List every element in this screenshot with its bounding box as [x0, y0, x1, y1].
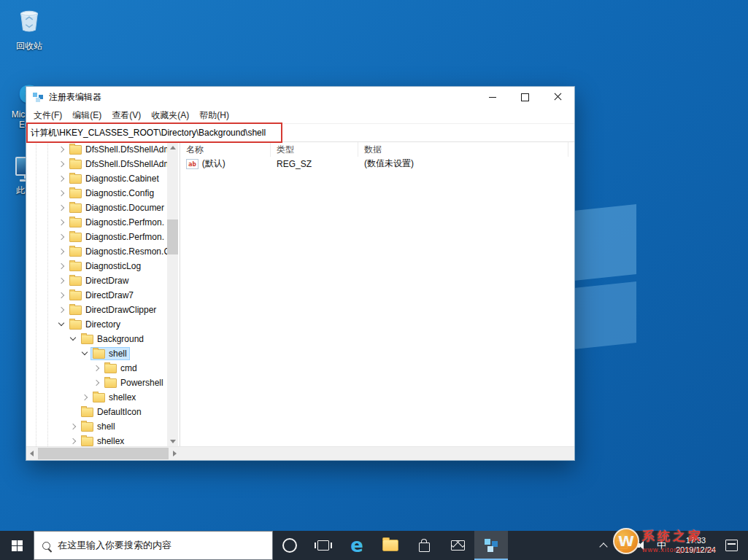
menu-item-1[interactable]: 编辑(E)	[67, 108, 107, 123]
chevron-collapsed-icon[interactable]	[58, 247, 66, 256]
value-row[interactable]: ab(默认)REG_SZ(数值未设置)	[180, 157, 574, 171]
chevron-collapsed-icon[interactable]	[58, 160, 66, 168]
address-input[interactable]	[26, 124, 574, 141]
menu-item-3[interactable]: 收藏夹(A)	[146, 108, 194, 123]
chevron-collapsed-icon[interactable]	[58, 291, 66, 300]
action-center-icon[interactable]	[725, 540, 738, 551]
chevron-collapsed-icon[interactable]	[58, 203, 66, 212]
clock-date: 2019/12/24	[676, 545, 716, 555]
tree-node-box[interactable]: Diagnostic.Cabinet	[67, 172, 162, 185]
folder-icon	[81, 437, 93, 446]
chevron-collapsed-icon[interactable]	[58, 262, 66, 271]
column-header-2[interactable]: 数据	[358, 142, 568, 157]
chevron-collapsed-icon[interactable]	[93, 378, 101, 387]
tree-node-box[interactable]: DirectDraw7	[67, 289, 136, 302]
chevron-collapsed-icon[interactable]	[58, 145, 66, 154]
chevron-expanded-icon[interactable]	[81, 349, 90, 358]
title-bar[interactable]: 注册表编辑器	[26, 87, 574, 107]
tree-node-box[interactable]: Diagnostic.Perfmon.	[67, 216, 167, 229]
tree-node-label: cmd	[120, 363, 137, 373]
window-body: DfsShell.DfsShellAdmDfsShell.DfsShellAdm…	[26, 142, 574, 446]
chevron-collapsed-icon[interactable]	[58, 174, 66, 183]
taskbar-search-box[interactable]: 在这里输入你要搜索的内容	[34, 531, 273, 560]
cortana-icon	[282, 538, 297, 553]
desktop-icon-recycle-bin[interactable]: 回收站	[6, 7, 53, 51]
folder-icon	[81, 408, 93, 417]
column-header-1[interactable]: 类型	[271, 142, 358, 157]
tree-node-box[interactable]: cmd	[102, 362, 140, 375]
chevron-expanded-icon[interactable]	[69, 335, 78, 343]
scroll-right-arrow[interactable]	[169, 447, 180, 460]
file-explorer-button[interactable]	[374, 531, 407, 560]
ime-indicator[interactable]: 中	[657, 539, 666, 552]
tree-node-box[interactable]: Diagnostic.Documer	[67, 201, 167, 214]
volume-icon[interactable]	[637, 541, 647, 550]
tree-node-box[interactable]: DirectDraw	[67, 274, 131, 287]
horizontal-scroll-thumb[interactable]	[38, 448, 169, 459]
chevron-collapsed-icon[interactable]	[58, 218, 66, 227]
tree-node-box[interactable]: DirectDrawClipper	[67, 303, 159, 316]
scroll-up-arrow[interactable]	[167, 142, 178, 152]
regedit-app-icon	[32, 91, 44, 103]
string-value-icon: ab	[186, 159, 198, 169]
tree-node-box[interactable]: DefaultIcon	[79, 405, 144, 419]
tree-node-box[interactable]: Diagnostic.Perfmon.	[67, 230, 167, 244]
tree-node-box[interactable]: shellex	[90, 391, 139, 404]
show-hidden-icons-button[interactable]	[599, 542, 607, 551]
cortana-button[interactable]	[273, 531, 306, 560]
menu-item-4[interactable]: 帮助(H)	[194, 108, 234, 123]
column-header-0[interactable]: 名称	[180, 142, 271, 157]
tree-node-box[interactable]: shell	[79, 420, 118, 433]
minimize-button[interactable]	[476, 87, 509, 107]
vertical-scroll-thumb[interactable]	[167, 219, 178, 254]
chevron-collapsed-icon[interactable]	[81, 393, 90, 402]
horizontal-scrollbar[interactable]	[26, 446, 574, 460]
folder-icon	[93, 393, 105, 402]
search-placeholder: 在这里输入你要搜索的内容	[58, 539, 171, 552]
store-icon	[419, 542, 430, 552]
chevron-collapsed-icon[interactable]	[58, 233, 66, 241]
folder-icon	[81, 335, 93, 344]
chevron-collapsed-icon[interactable]	[69, 437, 78, 446]
tree-node-box[interactable]: Background	[79, 332, 147, 346]
tree-node-box[interactable]: DfsShell.DfsShellAdm	[67, 143, 167, 156]
start-button[interactable]	[0, 531, 34, 560]
scroll-down-arrow[interactable]	[167, 436, 178, 446]
network-icon[interactable]	[616, 540, 628, 549]
scroll-left-arrow[interactable]	[26, 447, 37, 460]
taskbar-clock[interactable]: 17:33 2019/12/24	[676, 536, 716, 555]
tree-node-box[interactable]: shell	[90, 347, 130, 360]
maximize-button[interactable]	[509, 87, 541, 107]
tree-horizontal-scroll-zone[interactable]	[26, 447, 180, 460]
tree-node-box[interactable]: Directory	[67, 318, 123, 331]
folder-icon	[104, 378, 117, 388]
chevron-expanded-icon[interactable]	[58, 320, 66, 329]
list-header: 名称类型数据	[180, 142, 574, 157]
edge-taskbar-button[interactable]: e	[340, 531, 374, 560]
tree-node-label: DfsShell.DfsShellAdm	[85, 144, 167, 155]
chevron-collapsed-icon[interactable]	[58, 189, 66, 198]
menu-item-2[interactable]: 查看(V)	[107, 108, 146, 123]
menu-item-0[interactable]: 文件(F)	[28, 108, 67, 123]
chevron-collapsed-icon[interactable]	[69, 422, 78, 431]
store-button[interactable]	[407, 531, 441, 560]
mail-button[interactable]	[441, 531, 474, 560]
folder-icon	[104, 364, 117, 373]
tree-node-box[interactable]: Diagnostic.Config	[67, 187, 157, 200]
chevron-collapsed-icon[interactable]	[93, 364, 101, 373]
tree-vertical-scrollbar[interactable]	[167, 142, 178, 446]
tree-node-box[interactable]: Diagnostic.Resmon.C	[67, 245, 167, 258]
tree-node-label: shellex	[97, 436, 124, 446]
folder-icon	[69, 145, 82, 155]
chevron-collapsed-icon[interactable]	[58, 306, 66, 314]
chevron-collapsed-icon[interactable]	[58, 276, 66, 285]
tree-node-label: shellex	[109, 392, 136, 402]
tree-node-box[interactable]: Powershell	[102, 376, 166, 389]
regedit-taskbar-button[interactable]	[474, 531, 508, 560]
tree-node-box[interactable]: shellex	[79, 435, 127, 446]
taskbar: 在这里输入你要搜索的内容 e 中 17:33 2019/12/24	[0, 531, 748, 560]
tree-node-box[interactable]: DfsShell.DfsShellAdm	[67, 158, 167, 171]
close-button[interactable]	[541, 87, 574, 107]
tree-node-box[interactable]: DiagnosticLog	[67, 260, 144, 273]
task-view-button[interactable]	[306, 531, 340, 560]
